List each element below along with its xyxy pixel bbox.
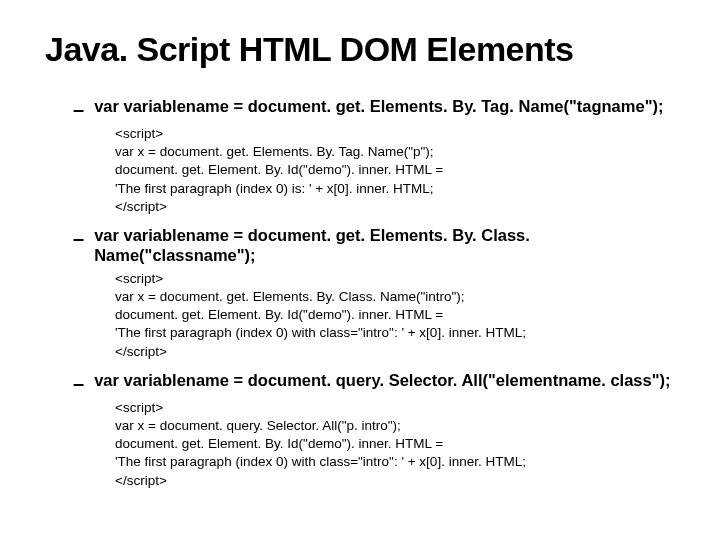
- code-line: <script>: [115, 125, 675, 143]
- code-line: 'The first paragraph (index 0) is: ' + x…: [115, 180, 675, 198]
- code-line: var x = document. get. Elements. By. Tag…: [115, 143, 675, 161]
- code-line: </script>: [115, 343, 675, 361]
- code-line: var x = document. get. Elements. By. Cla…: [115, 288, 675, 306]
- bullet-item-2: – var variablename = document. get. Elem…: [73, 226, 675, 266]
- bullet-item-1: – var variablename = document. get. Elem…: [73, 97, 675, 121]
- code-line: document. get. Element. By. Id("demo"). …: [115, 161, 675, 179]
- code-line: </script>: [115, 198, 675, 216]
- bullet-item-3: – var variablename = document. query. Se…: [73, 371, 675, 395]
- code-line: 'The first paragraph (index 0) with clas…: [115, 324, 675, 342]
- code-line: document. get. Element. By. Id("demo"). …: [115, 306, 675, 324]
- bullet-heading-2: var variablename = document. get. Elemen…: [94, 226, 675, 266]
- code-block-2: <script> var x = document. get. Elements…: [115, 270, 675, 361]
- code-line: document. get. Element. By. Id("demo"). …: [115, 435, 675, 453]
- code-line: <script>: [115, 399, 675, 417]
- bullet-dash: –: [73, 226, 84, 250]
- code-line: </script>: [115, 472, 675, 490]
- slide-title: Java. Script HTML DOM Elements: [45, 30, 675, 69]
- code-block-1: <script> var x = document. get. Elements…: [115, 125, 675, 216]
- code-line: var x = document. query. Selector. All("…: [115, 417, 675, 435]
- bullet-dash: –: [73, 371, 84, 395]
- bullet-heading-1: var variablename = document. get. Elemen…: [94, 97, 663, 117]
- code-line: <script>: [115, 270, 675, 288]
- bullet-dash: –: [73, 97, 84, 121]
- code-block-3: <script> var x = document. query. Select…: [115, 399, 675, 490]
- bullet-heading-3: var variablename = document. query. Sele…: [94, 371, 670, 391]
- code-line: 'The first paragraph (index 0) with clas…: [115, 453, 675, 471]
